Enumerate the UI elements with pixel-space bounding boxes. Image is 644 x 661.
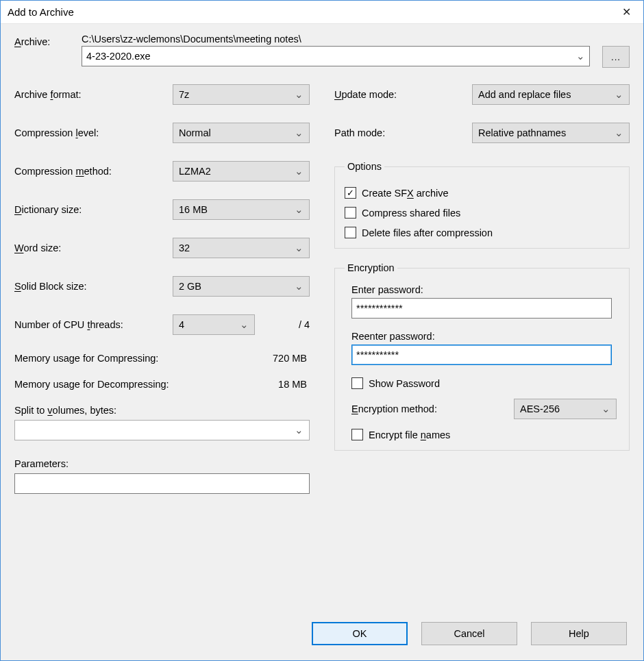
chevron-down-icon: ⌄ xyxy=(240,319,249,330)
input-parameters[interactable] xyxy=(14,473,310,494)
row-encryption-method: Encryption method: AES-256 ⌄ xyxy=(351,399,619,419)
archive-filename-value: 4-23-2020.exe xyxy=(86,51,151,62)
chevron-down-icon: ⌄ xyxy=(295,204,304,215)
label-mem-compress: Memory usage for Compressing: xyxy=(14,353,158,364)
browse-label: ... xyxy=(611,52,621,62)
combo-archive-format[interactable]: 7z ⌄ xyxy=(173,84,310,105)
label-cpu-threads: Number of CPU threads: xyxy=(14,319,173,330)
close-button[interactable]: ✕ xyxy=(610,2,642,23)
label-compression-level: Compression level: xyxy=(14,127,173,138)
label-encrypt-file-names: Encrypt file names xyxy=(369,429,450,440)
label-split-volumes: Split to volumes, bytes: xyxy=(14,405,310,416)
titlebar: Add to Archive ✕ xyxy=(1,1,643,24)
combo-solid-block-size[interactable]: 2 GB ⌄ xyxy=(173,276,310,297)
row-word-size: Word size: 32 ⌄ xyxy=(14,238,310,258)
label-show-password: Show Password xyxy=(369,378,440,389)
left-column: Archive format: 7z ⌄ Compression level: … xyxy=(14,84,310,494)
ok-button[interactable]: OK xyxy=(312,622,408,645)
archive-path-block: C:\Users\zz-wclemons\Documents\meeting n… xyxy=(82,34,590,66)
legend-encryption: Encryption xyxy=(345,262,397,273)
combo-path-mode[interactable]: Relative pathnames ⌄ xyxy=(472,123,630,143)
check-sfx[interactable]: Create SFX archive xyxy=(345,187,619,199)
combo-word-size[interactable]: 32 ⌄ xyxy=(173,238,310,258)
checkbox-icon xyxy=(345,227,356,238)
row-compression-method: Compression method: LZMA2 ⌄ xyxy=(14,161,310,182)
row-archive-format: Archive format: 7z ⌄ xyxy=(14,84,310,105)
row-cpu-threads: Number of CPU threads: 4 ⌄ / 4 xyxy=(14,314,310,335)
row-dictionary-size: Dictionary size: 16 MB ⌄ xyxy=(14,199,310,220)
chevron-down-icon: ⌄ xyxy=(602,403,610,414)
chevron-down-icon: ⌄ xyxy=(295,127,304,138)
help-button[interactable]: Help xyxy=(531,622,627,645)
label-enter-password: Enter password: xyxy=(351,284,619,295)
window-title: Add to Archive xyxy=(8,6,74,18)
label-update-mode: Update mode: xyxy=(334,89,472,100)
chevron-down-icon: ⌄ xyxy=(295,242,304,253)
row-mem-decompress: Memory usage for Decompressing: 18 MB xyxy=(14,379,310,390)
browse-button[interactable]: ... xyxy=(602,46,630,68)
label-compression-method: Compression method: xyxy=(14,166,173,177)
row-update-mode: Update mode: Add and replace files ⌄ xyxy=(334,84,630,105)
label-mem-decompress: Memory usage for Decompressing: xyxy=(14,379,169,390)
chevron-down-icon: ⌄ xyxy=(295,89,304,100)
value-mem-decompress: 18 MB xyxy=(278,379,307,390)
check-show-password[interactable]: Show Password xyxy=(351,377,619,389)
input-enter-password[interactable] xyxy=(351,298,612,319)
archive-label: Archive: xyxy=(14,34,69,47)
chevron-down-icon: ⌄ xyxy=(615,127,623,138)
label-encryption-method: Encryption method: xyxy=(351,403,437,414)
label-solid-block-size: Solid Block size: xyxy=(14,281,173,292)
value-mem-compress: 720 MB xyxy=(273,353,307,364)
row-solid-block-size: Solid Block size: 2 GB ⌄ xyxy=(14,276,310,297)
label-sfx: Create SFX archive xyxy=(362,188,449,199)
chevron-down-icon: ⌄ xyxy=(295,166,304,177)
label-dictionary-size: Dictionary size: xyxy=(14,204,173,215)
dialog-window: Add to Archive ✕ Archive: C:\Users\zz-wc… xyxy=(0,0,644,661)
checkbox-icon xyxy=(351,429,363,440)
archive-directory: C:\Users\zz-wclemons\Documents\meeting n… xyxy=(82,34,590,45)
combo-split-volumes[interactable]: ⌄ xyxy=(14,420,310,440)
check-encrypt-file-names[interactable]: Encrypt file names xyxy=(351,429,619,440)
checkbox-icon xyxy=(345,187,356,199)
combo-compression-method[interactable]: LZMA2 ⌄ xyxy=(173,161,310,182)
check-delete-after[interactable]: Delete files after compression xyxy=(345,227,619,238)
group-options: Options Create SFX archive Compress shar… xyxy=(334,161,630,249)
archive-filename-combo[interactable]: 4-23-2020.exe ⌄ xyxy=(82,46,590,66)
cancel-button[interactable]: Cancel xyxy=(421,622,517,645)
client-area: Archive: C:\Users\zz-wclemons\Documents\… xyxy=(1,24,643,660)
chevron-down-icon: ⌄ xyxy=(615,89,623,100)
label-reenter-password: Reenter password: xyxy=(351,331,619,342)
right-column: Update mode: Add and replace files ⌄ Pat… xyxy=(334,84,630,494)
row-mem-compress: Memory usage for Compressing: 720 MB xyxy=(14,353,310,364)
combo-cpu-threads[interactable]: 4 ⌄ xyxy=(173,314,255,335)
label-compress-shared: Compress shared files xyxy=(362,208,460,219)
close-icon: ✕ xyxy=(622,5,631,18)
row-path-mode: Path mode: Relative pathnames ⌄ xyxy=(334,123,630,143)
legend-options: Options xyxy=(345,161,384,172)
row-compression-level: Compression level: Normal ⌄ xyxy=(14,123,310,143)
label-archive-format: Archive format: xyxy=(14,89,173,100)
input-reenter-password[interactable] xyxy=(351,345,612,365)
label-word-size: Word size: xyxy=(14,242,173,253)
checkbox-icon xyxy=(345,207,356,219)
combo-compression-level[interactable]: Normal ⌄ xyxy=(173,123,310,143)
combo-encryption-method[interactable]: AES-256 ⌄ xyxy=(514,399,617,419)
label-path-mode: Path mode: xyxy=(334,127,472,138)
check-compress-shared[interactable]: Compress shared files xyxy=(345,207,619,219)
chevron-down-icon: ⌄ xyxy=(295,281,304,292)
columns: Archive format: 7z ⌄ Compression level: … xyxy=(14,84,630,494)
label-delete-after: Delete files after compression xyxy=(362,227,493,238)
cpu-threads-max: / 4 xyxy=(299,319,310,330)
chevron-down-icon: ⌄ xyxy=(576,51,585,62)
checkbox-icon xyxy=(351,377,363,389)
combo-update-mode[interactable]: Add and replace files ⌄ xyxy=(472,84,630,105)
archive-row: Archive: C:\Users\zz-wclemons\Documents\… xyxy=(14,34,630,68)
dialog-buttons: OK Cancel Help xyxy=(14,622,630,648)
label-parameters: Parameters: xyxy=(14,458,310,469)
chevron-down-icon: ⌄ xyxy=(295,425,304,436)
group-encryption: Encryption Enter password: Reenter passw… xyxy=(334,262,630,451)
combo-dictionary-size[interactable]: 16 MB ⌄ xyxy=(173,199,310,220)
